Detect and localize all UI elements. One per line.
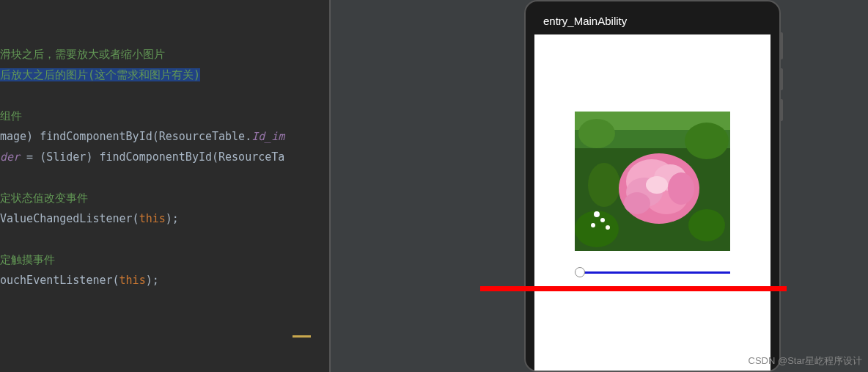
annotation-red-line (480, 286, 787, 291)
phone-volume-down[interactable] (779, 99, 783, 121)
app-title-bar: entry_MainAbility (534, 9, 770, 34)
svg-point-13 (646, 176, 668, 194)
svg-point-6 (688, 209, 725, 241)
svg-point-18 (591, 223, 595, 227)
svg-point-16 (594, 211, 600, 217)
image-zoom-slider[interactable] (575, 266, 730, 280)
code-blank[interactable] (0, 229, 329, 249)
slider-track (582, 271, 730, 274)
svg-point-17 (600, 218, 605, 222)
phone-volume-up[interactable] (779, 68, 783, 90)
phone-screen: entry_MainAbility (534, 9, 770, 371)
svg-point-3 (578, 119, 615, 148)
slider-thumb[interactable] (575, 267, 585, 277)
code-comment-2[interactable]: 组件 (0, 106, 329, 126)
code-line-9[interactable]: ouchEventListener(this); (0, 270, 329, 291)
code-blank[interactable] (0, 85, 329, 106)
code-comment-1[interactable]: 滑块之后，需要放大或者缩小图片 (0, 44, 329, 65)
svg-point-14 (668, 172, 694, 205)
app-content (534, 34, 770, 280)
code-line-4[interactable]: mage) findComponentById(ResourceTable.Id… (0, 126, 329, 147)
phone-power-button[interactable] (779, 32, 783, 59)
panel-divider[interactable] (330, 0, 331, 372)
code-line-highlighted[interactable]: 后放大之后的图片(这个需求和图片有关) (0, 65, 329, 85)
svg-point-7 (588, 163, 620, 207)
svg-point-15 (624, 192, 650, 214)
code-comment-3[interactable]: 定状态值改变事件 (0, 188, 329, 208)
phone-emulator-frame: entry_MainAbility (524, 0, 781, 372)
code-comment-4[interactable]: 定触摸事件 (0, 249, 329, 270)
flower-image[interactable] (575, 112, 730, 251)
flower-svg (575, 112, 730, 251)
phone-side-buttons (779, 32, 783, 130)
code-editor-panel: 滑块之后，需要放大或者缩小图片 后放大之后的图片(这个需求和图片有关) 组件 m… (0, 0, 330, 372)
scroll-indicator (293, 335, 311, 338)
code-line-5[interactable]: der = (Slider) findComponentById(Resourc… (0, 147, 329, 167)
svg-point-19 (606, 225, 610, 230)
code-line-7[interactable]: ValueChangedListener(this); (0, 208, 329, 229)
code-blank[interactable] (0, 167, 329, 188)
svg-point-4 (685, 123, 729, 159)
watermark-text: CSDN @Star星屹程序设计 (749, 354, 863, 368)
